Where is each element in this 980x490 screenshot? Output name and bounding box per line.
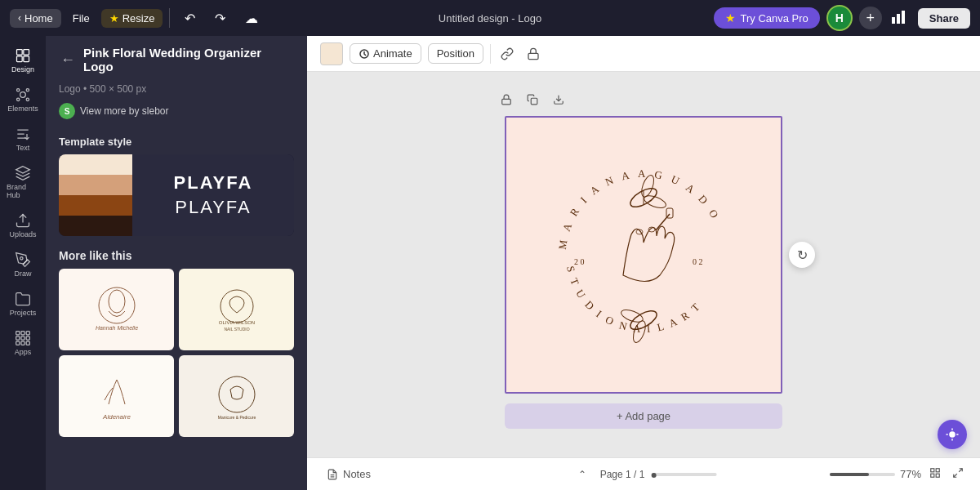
- notes-button[interactable]: Notes: [320, 465, 377, 483]
- thumbnail-2[interactable]: OLIVIA WILSON NAIL STUDIO: [179, 269, 294, 350]
- position-button[interactable]: Position: [428, 43, 483, 64]
- lock-icon-btn[interactable]: [523, 44, 543, 64]
- chevron-left-icon: ‹: [18, 12, 21, 24]
- template-style-preview: PLAYFA PLAYFA: [132, 154, 294, 236]
- frame-lock-icon: [501, 94, 512, 105]
- undo-button[interactable]: ↶: [176, 7, 203, 29]
- svg-point-7: [20, 92, 26, 98]
- animate-button[interactable]: Animate: [350, 43, 421, 64]
- share-button[interactable]: Share: [918, 8, 970, 29]
- svg-rect-0: [892, 17, 895, 24]
- thumb4-preview: Manicure & Pedicure: [204, 363, 270, 429]
- sidebar-brand-label: Brand Hub: [7, 183, 39, 199]
- file-button[interactable]: File: [65, 9, 98, 28]
- sidebar-item-elements[interactable]: Elements: [3, 82, 42, 118]
- link-icon-btn[interactable]: [497, 44, 517, 64]
- svg-point-13: [20, 257, 23, 260]
- analytics-button[interactable]: [889, 7, 911, 29]
- sidebar-item-draw[interactable]: Draw: [3, 247, 42, 283]
- svg-rect-20: [16, 341, 20, 345]
- svg-rect-18: [21, 336, 24, 340]
- home-button[interactable]: ‹ Home: [10, 9, 61, 28]
- sidebar-item-projects[interactable]: Projects: [3, 286, 42, 322]
- canvas-frame-wrapper: M A R I A N A A G U A D O 2 0 0 2 S T U …: [505, 116, 782, 394]
- color-swatches: [59, 154, 132, 236]
- resize-button[interactable]: ★ Resize: [101, 9, 163, 28]
- avatar-letter: H: [835, 11, 844, 24]
- svg-text:M A R I A N A   A G U A D O: M A R I A N A A G U A D O: [556, 167, 723, 251]
- thumbnail-1[interactable]: Hannah Michelle: [59, 269, 174, 350]
- canvas-toolbar: Animate Position: [307, 36, 980, 72]
- redo-button[interactable]: ↷: [207, 7, 234, 29]
- svg-rect-14: [16, 332, 20, 335]
- sidebar-item-uploads[interactable]: Uploads: [3, 207, 42, 243]
- svg-point-60: [949, 431, 956, 438]
- thumb1-preview: Hannah Michelle: [84, 277, 149, 342]
- toolbar-separator: [490, 44, 491, 64]
- sidebar-draw-label: Draw: [14, 270, 31, 278]
- panel-back-button[interactable]: ←: [59, 50, 77, 70]
- svg-rect-22: [26, 341, 29, 345]
- user-avatar[interactable]: H: [826, 5, 853, 31]
- expand-button[interactable]: [949, 464, 967, 484]
- thumbnail-4[interactable]: Manicure & Pedicure: [179, 355, 294, 437]
- thumbnail-2-inner: OLIVIA WILSON NAIL STUDIO: [179, 269, 294, 350]
- analytics-icon: [892, 11, 908, 24]
- resize-label: Resize: [122, 12, 155, 24]
- color-picker[interactable]: [320, 42, 343, 65]
- copy-frame-btn[interactable]: [521, 88, 544, 111]
- rotate-button[interactable]: ↻: [789, 242, 815, 268]
- invite-button[interactable]: +: [859, 7, 882, 29]
- zoom-slider[interactable]: [830, 473, 895, 476]
- canvas-frame[interactable]: M A R I A N A A G U A D O 2 0 0 2 S T U …: [505, 116, 782, 394]
- grid-icon: [929, 467, 941, 479]
- add-page-button[interactable]: + Add page: [505, 403, 782, 429]
- svg-point-10: [17, 98, 20, 100]
- canvas-frame-actions: [495, 88, 570, 111]
- page-nav-up[interactable]: ⌃: [571, 463, 594, 486]
- notes-icon: [327, 469, 338, 480]
- icon-sidebar: Design Elements Text Brand Hub Uplo: [0, 36, 46, 490]
- thumb2-preview: OLIVIA WILSON NAIL STUDIO: [204, 277, 270, 342]
- share-label: Share: [929, 12, 959, 24]
- svg-text:NAIL STUDIO: NAIL STUDIO: [224, 327, 249, 332]
- svg-rect-57: [936, 474, 939, 477]
- lock-frame-btn[interactable]: [495, 88, 518, 111]
- sidebar-elements-label: Elements: [7, 105, 38, 113]
- svg-rect-4: [24, 50, 29, 56]
- thumbnail-1-inner: Hannah Michelle: [59, 269, 174, 350]
- try-pro-button[interactable]: ★ Try Canva Pro: [714, 7, 820, 29]
- svg-rect-21: [21, 341, 24, 345]
- animate-icon: [359, 48, 370, 60]
- svg-point-26: [220, 290, 253, 323]
- svg-rect-34: [502, 99, 511, 104]
- zoom-level: 77%: [900, 468, 921, 480]
- magic-assistant-button[interactable]: [938, 420, 967, 449]
- star-icon: ★: [109, 12, 119, 24]
- sidebar-item-brand[interactable]: Brand Hub: [3, 160, 42, 204]
- canvas-area: Animate Position: [307, 36, 980, 490]
- copy-icon: [527, 94, 538, 105]
- download-icon: [553, 94, 564, 105]
- thumbnail-3[interactable]: Aldenaire: [59, 355, 174, 437]
- svg-text:0  2: 0 2: [693, 257, 703, 266]
- author-link[interactable]: View more by slebor: [80, 105, 169, 117]
- panel-title: Pink Floral Wedding Organizer Logo: [83, 46, 294, 74]
- sidebar-item-apps[interactable]: Apps: [3, 325, 42, 361]
- svg-line-59: [954, 474, 957, 477]
- sidebar-item-design[interactable]: Design: [3, 42, 42, 78]
- cloud-save-button[interactable]: ☁: [237, 7, 266, 29]
- svg-rect-17: [16, 336, 20, 340]
- svg-rect-33: [528, 53, 538, 59]
- download-frame-btn[interactable]: [547, 88, 570, 111]
- svg-rect-56: [931, 474, 934, 477]
- page-indicator: Page 1 / 1: [600, 469, 645, 480]
- template-style-card[interactable]: PLAYFA PLAYFA: [59, 154, 294, 236]
- svg-text:OLIVIA WILSON: OLIVIA WILSON: [218, 320, 254, 325]
- grid-view-button[interactable]: [926, 464, 944, 484]
- sidebar-item-text[interactable]: Text: [3, 121, 42, 157]
- document-title: Untitled design - Logo: [439, 12, 541, 24]
- canvas-scroll-area[interactable]: M A R I A N A A G U A D O 2 0 0 2 S T U …: [307, 72, 980, 490]
- sidebar-design-label: Design: [11, 65, 34, 74]
- template-panel: ← Pink Floral Wedding Organizer Logo Log…: [46, 36, 307, 490]
